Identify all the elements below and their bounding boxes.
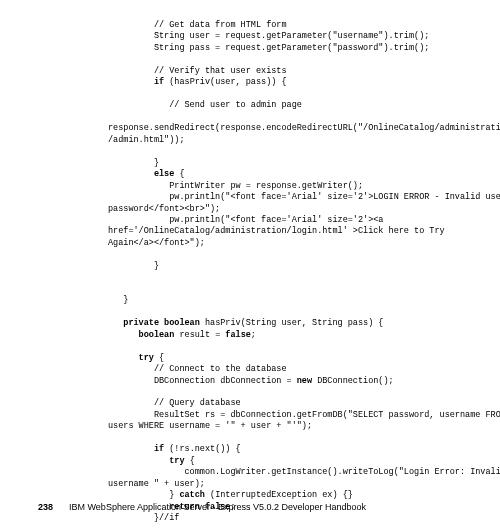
keyword-boolean: boolean (139, 330, 175, 340)
code-line (108, 444, 154, 454)
code-line: String pass = request.getParameter("pass… (108, 43, 429, 53)
keyword-try: try (169, 456, 184, 466)
code-line: href='/OnlineCatalog/administration/logi… (108, 226, 445, 236)
code-line: // Connect to the database (108, 364, 287, 374)
code-line (108, 353, 139, 363)
code-line: // Verify that user exists (108, 66, 287, 76)
code-line: // Query database (108, 398, 241, 408)
code-line: pw.println("<font face='Arial' size='2'>… (108, 215, 383, 225)
keyword-try: try (139, 353, 154, 363)
code-line: } (108, 261, 159, 271)
code-line: { (174, 169, 184, 179)
code-line: Again</a></font>"); (108, 238, 205, 248)
code-line (108, 77, 154, 87)
book-title: IBM WebSphere Application Server - Expre… (69, 502, 366, 512)
code-line: DBConnection(); (312, 376, 394, 386)
code-line (108, 318, 123, 328)
code-block: // Get data from HTML form String user =… (108, 20, 480, 529)
code-line (108, 330, 139, 340)
code-line: /admin.html")); (108, 135, 185, 145)
page: // Get data from HTML form String user =… (0, 0, 500, 529)
page-footer: 238IBM WebSphere Application Server - Ex… (38, 501, 366, 513)
code-line: } (108, 158, 159, 168)
code-line: (!rs.next()) { (164, 444, 241, 454)
keyword-false: false (225, 330, 251, 340)
code-line: (hasPriv(user, pass)) { (164, 77, 286, 87)
code-line: password</font><br>"); (108, 204, 220, 214)
code-line: hasPriv(String user, String pass) { (200, 318, 384, 328)
code-line (108, 169, 154, 179)
keyword-else: else (154, 169, 174, 179)
code-line: common.LogWriter.getInstance().writeToLo… (108, 467, 500, 477)
keyword-catch: catch (179, 490, 205, 500)
code-line: // Send user to admin page (108, 100, 302, 110)
code-line: pw.println("<font face='Arial' size='2'>… (108, 192, 500, 202)
keyword-new: new (297, 376, 312, 386)
code-line: // Get data from HTML form (108, 20, 287, 30)
code-line: { (154, 353, 164, 363)
keyword-private-boolean: private boolean (123, 318, 200, 328)
code-line: }//if (108, 513, 179, 523)
code-line: result = (174, 330, 225, 340)
keyword-if: if (154, 444, 164, 454)
code-line: PrintWriter pw = response.getWriter(); (108, 181, 363, 191)
code-line: response.sendRedirect(response.encodeRed… (108, 123, 500, 133)
code-line: ResultSet rs = dbConnection.getFromDB("S… (108, 410, 500, 420)
code-line: { (185, 456, 195, 466)
keyword-if: if (154, 77, 164, 87)
code-line: ; (251, 330, 256, 340)
code-line (108, 456, 169, 466)
code-line: String user = request.getParameter("user… (108, 31, 429, 41)
code-line: } (108, 295, 128, 305)
code-line: } (108, 490, 179, 500)
code-line: username " + user); (108, 479, 205, 489)
code-line: (InterruptedException ex) {} (205, 490, 353, 500)
code-line: users WHERE username = '" + user + "'"); (108, 421, 312, 431)
page-number: 238 (38, 502, 53, 512)
code-line: DBConnection dbConnection = (108, 376, 297, 386)
